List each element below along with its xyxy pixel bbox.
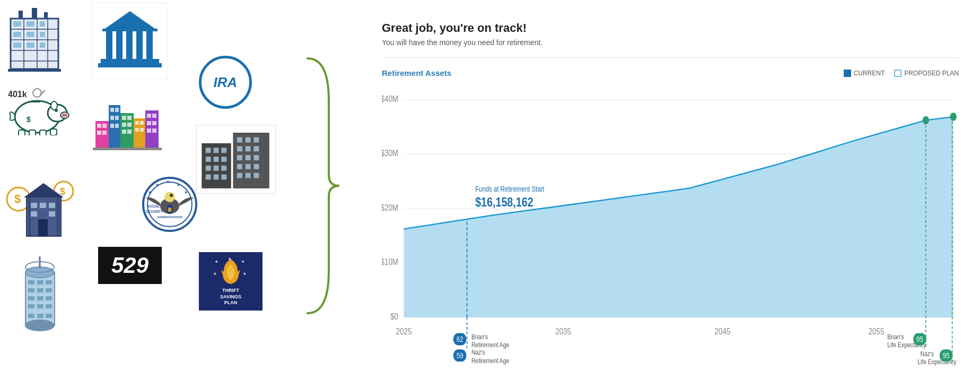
svg-text:Retirement Age: Retirement Age <box>471 341 509 348</box>
svg-rect-150 <box>46 304 52 308</box>
svg-rect-17 <box>40 42 45 48</box>
office-building-icon <box>5 5 64 74</box>
svg-rect-118 <box>49 211 55 217</box>
svg-rect-120 <box>28 197 31 236</box>
svg-text:$16,158,162: $16,158,162 <box>475 195 533 209</box>
svg-rect-39 <box>29 130 36 135</box>
svg-rect-149 <box>37 304 43 308</box>
svg-text:★: ★ <box>213 272 216 275</box>
svg-rect-51 <box>102 131 107 135</box>
svg-rect-19 <box>32 8 37 19</box>
page-subtitle: You will have the money you need for ret… <box>382 38 959 47</box>
svg-rect-68 <box>140 121 144 125</box>
svg-point-125 <box>164 192 175 202</box>
legend-proposed: PROPOSED PLAN <box>894 70 959 77</box>
thrift-savings-icon: ★ ★ ★ ★ ★ THRIFTSAVINGSPLAN <box>196 249 265 313</box>
svg-point-35 <box>65 114 67 116</box>
ira-icon: IRA <box>196 53 255 111</box>
svg-rect-98 <box>254 146 259 151</box>
svg-rect-97 <box>246 146 251 151</box>
svg-rect-29 <box>98 63 162 67</box>
svg-text:★: ★ <box>228 257 231 261</box>
svg-rect-88 <box>221 166 226 171</box>
legend-proposed-box <box>894 70 902 77</box>
chart-title: Retirement Assets <box>382 68 451 77</box>
svg-rect-13 <box>27 32 34 37</box>
svg-point-172 <box>923 116 929 124</box>
svg-rect-115 <box>40 203 46 208</box>
svg-rect-77 <box>152 128 156 133</box>
divider <box>382 57 959 58</box>
svg-text:Brian's: Brian's <box>887 333 904 340</box>
chart-svg: $40M $30M $20M $10M $0 2025 2035 2045 20… <box>382 83 959 368</box>
chart-area: $40M $30M $20M $10M $0 2025 2035 2045 20… <box>382 83 959 368</box>
apartment-icon <box>196 125 276 194</box>
svg-rect-26 <box>136 30 143 59</box>
svg-text:ADMINISTRATION: ADMINISTRATION <box>157 216 182 219</box>
svg-text:★: ★ <box>177 183 180 187</box>
svg-rect-10 <box>27 21 34 27</box>
svg-point-173 <box>950 113 956 120</box>
svg-text:$40M: $40M <box>382 93 398 104</box>
svg-rect-121 <box>57 197 59 236</box>
svg-rect-25 <box>126 30 133 59</box>
svg-text:Naz's: Naz's <box>471 348 485 356</box>
svg-text:★: ★ <box>215 260 218 263</box>
svg-text:2045: 2045 <box>714 326 730 337</box>
svg-text:59: 59 <box>457 351 463 360</box>
svg-rect-64 <box>122 130 126 134</box>
svg-rect-102 <box>237 164 242 169</box>
svg-text:2055: 2055 <box>869 326 885 337</box>
svg-text:$: $ <box>14 192 21 205</box>
svg-text:62: 62 <box>457 335 463 343</box>
svg-rect-57 <box>110 124 114 128</box>
dollar-bank-icon: $ $ <box>5 175 80 239</box>
svg-marker-22 <box>103 11 156 30</box>
svg-rect-75 <box>152 121 156 125</box>
bank-icon <box>93 3 167 80</box>
svg-rect-41 <box>50 129 57 135</box>
svg-rect-12 <box>13 32 21 37</box>
svg-rect-103 <box>246 164 251 169</box>
svg-text:★: ★ <box>243 272 246 275</box>
svg-rect-87 <box>214 166 219 171</box>
svg-rect-80 <box>206 148 211 153</box>
svg-rect-54 <box>115 108 119 112</box>
svg-rect-94 <box>246 137 251 143</box>
svg-rect-117 <box>31 211 37 217</box>
svg-text:Naz's: Naz's <box>920 350 934 357</box>
social-security-icon: ★ ★ ★ ★ ★ SOCIAL SECURITY ADMINISTRATION <box>138 175 202 234</box>
icons-panel: IRA $ 4 <box>0 0 350 379</box>
svg-rect-65 <box>127 130 132 134</box>
svg-rect-23 <box>106 30 112 59</box>
chart-legend: CURRENT PROPOSED PLAN <box>844 70 959 77</box>
brace-connector <box>297 16 350 356</box>
svg-rect-69 <box>135 128 139 132</box>
svg-rect-153 <box>46 314 52 318</box>
svg-rect-72 <box>147 114 151 118</box>
svg-rect-142 <box>28 288 34 292</box>
svg-rect-70 <box>140 128 144 132</box>
svg-rect-78 <box>93 148 162 150</box>
svg-rect-107 <box>254 173 259 178</box>
legend-proposed-label: PROPOSED PLAN <box>904 70 959 77</box>
svg-rect-148 <box>28 304 34 308</box>
svg-text:SOCIAL: SOCIAL <box>147 204 160 208</box>
svg-rect-55 <box>110 116 114 120</box>
svg-text:401k: 401k <box>8 90 27 99</box>
svg-rect-83 <box>206 157 211 162</box>
svg-text:$20M: $20M <box>382 202 398 212</box>
svg-rect-42 <box>31 101 40 102</box>
svg-rect-145 <box>28 296 34 300</box>
svg-rect-28 <box>101 59 159 63</box>
svg-rect-147 <box>46 296 52 300</box>
svg-text:95: 95 <box>943 351 950 360</box>
svg-rect-106 <box>246 173 251 178</box>
svg-rect-151 <box>28 314 34 318</box>
svg-rect-152 <box>37 314 43 318</box>
svg-text:Retirement Age: Retirement Age <box>471 357 509 364</box>
svg-rect-24 <box>116 30 122 59</box>
svg-point-138 <box>25 320 54 331</box>
svg-rect-99 <box>237 155 242 160</box>
svg-rect-119 <box>38 219 48 236</box>
